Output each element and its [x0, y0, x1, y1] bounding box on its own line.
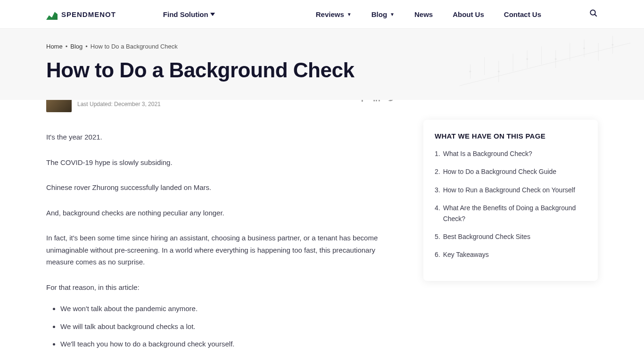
article-body: It's the year 2021. The COVID-19 hype is… [46, 131, 395, 350]
nav-reviews[interactable]: Reviews ▼ [316, 10, 352, 18]
filter-icon [210, 13, 215, 16]
content-wrap: by Danka Delić Last Updated: December 3,… [0, 100, 644, 356]
list-item: We will talk about background checks a l… [60, 321, 395, 333]
breadcrumb-current: How to Do a Background Check [91, 43, 178, 50]
search-icon[interactable] [589, 9, 598, 19]
brand-name: SPENDMENOT [61, 10, 116, 18]
chevron-down-icon: ▼ [390, 12, 395, 17]
toc-item[interactable]: Best Background Check Sites [435, 231, 586, 242]
svg-line-1 [594, 14, 597, 16]
toc-item[interactable]: What Is a Background Check? [435, 148, 586, 159]
svg-point-0 [590, 10, 595, 15]
svg-point-19 [612, 44, 613, 45]
nav-news[interactable]: News [414, 10, 433, 18]
nav-contact[interactable]: Contact Us [504, 10, 541, 18]
nav-item-label: About Us [453, 10, 484, 18]
toc-item[interactable]: How to Do a Background Check Guide [435, 166, 586, 177]
toc-card: WHAT WE HAVE ON THIS PAGE What Is a Back… [423, 120, 598, 281]
breadcrumb-sep: • [85, 43, 88, 50]
chevron-down-icon: ▼ [347, 12, 352, 17]
site-header: SPENDMENOT Find Solution Reviews ▼ Blog … [0, 0, 644, 29]
main-column: by Danka Delić Last Updated: December 3,… [46, 100, 395, 356]
brand-logo[interactable]: SPENDMENOT [46, 8, 116, 20]
find-solution-button[interactable]: Find Solution [163, 10, 215, 18]
nav-blog[interactable]: Blog ▼ [372, 10, 395, 18]
nav-item-label: Reviews [316, 10, 344, 18]
bullet-list: We won't talk about the pandemic anymore… [60, 303, 395, 350]
paragraph: For that reason, in this article: [46, 281, 395, 294]
list-item: We'll teach you how to do a background c… [60, 338, 395, 350]
toc-item[interactable]: How to Run a Background Check on Yoursel… [435, 185, 586, 195]
breadcrumb-home[interactable]: Home [46, 43, 63, 50]
breadcrumb-blog[interactable]: Blog [70, 43, 83, 50]
toc-title: WHAT WE HAVE ON THIS PAGE [435, 132, 586, 140]
toc-item[interactable]: Key Takeaways [435, 249, 586, 260]
breadcrumb-sep: • [66, 43, 68, 50]
sidebar: WHAT WE HAVE ON THIS PAGE What Is a Back… [423, 120, 598, 356]
nav-item-label: Blog [372, 10, 387, 18]
paragraph: It's the year 2021. [46, 131, 395, 143]
paragraph: Chinese rover Zhurong successfully lande… [46, 181, 395, 194]
list-item: We won't talk about the pandemic anymore… [60, 303, 395, 315]
toc-list: What Is a Background Check? How to Do a … [435, 148, 586, 260]
nav-item-label: News [414, 10, 433, 18]
logo-icon [46, 8, 58, 20]
author-updated: Last Updated: December 3, 2021 [77, 101, 161, 107]
nav-item-label: Contact Us [504, 10, 541, 18]
paragraph: And, background checks are nothing pecul… [46, 207, 395, 219]
paragraph: The COVID-19 hype is slowly subsiding. [46, 156, 395, 169]
breadcrumb: Home • Blog • How to Do a Background Che… [46, 43, 598, 50]
hero-section: Home • Blog • How to Do a Background Che… [0, 29, 644, 100]
page-title: How to Do a Background Check [46, 58, 598, 82]
toc-item[interactable]: What Are the Benefits of Doing a Backgro… [435, 203, 586, 224]
main-nav: Reviews ▼ Blog ▼ News About Us Contact U… [316, 9, 598, 19]
nav-about[interactable]: About Us [453, 10, 484, 18]
paragraph: In fact, it's been some time since hirin… [46, 232, 395, 268]
find-solution-label: Find Solution [163, 10, 208, 18]
